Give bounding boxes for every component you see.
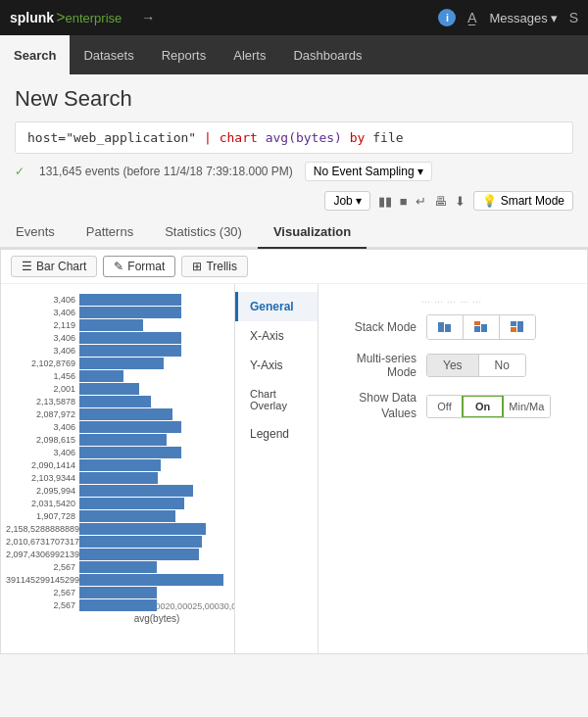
pause-icon[interactable]: ▮▮: [378, 194, 392, 209]
bar-label: 3,406: [6, 308, 79, 317]
bar-track: [79, 599, 229, 611]
smart-mode-button[interactable]: 💡 Smart Mode: [473, 191, 573, 211]
print-icon[interactable]: 🖶: [434, 194, 447, 209]
format-pencil-icon: ✎: [114, 260, 123, 273]
bar-fill: [79, 358, 164, 369]
format-label: Format: [127, 260, 165, 273]
share-icon[interactable]: ↵: [416, 194, 426, 209]
bar-row: 2,010,6731707317072: [6, 536, 229, 548]
stack-mode-full[interactable]: [500, 315, 535, 339]
stack-mode-row: Stack Mode: [328, 314, 577, 340]
nav-bar: Search Datasets Reports Alerts Dashboard…: [0, 35, 588, 74]
stack-mode-default[interactable]: [427, 315, 464, 339]
format-button[interactable]: ✎ Format: [103, 256, 175, 277]
sidenav-general[interactable]: General: [235, 292, 318, 321]
bar-fill: [79, 421, 181, 433]
bar-label: 2,103,9344: [6, 473, 79, 483]
stop-icon[interactable]: ■: [400, 194, 408, 209]
tab-statistics[interactable]: Statistics (30): [149, 216, 258, 249]
bar-row: 2,087,972: [6, 408, 229, 420]
tab-visualization[interactable]: Visualization: [258, 216, 367, 249]
sampling-label: No Event Sampling: [314, 165, 415, 178]
nav-item-search[interactable]: Search: [0, 35, 70, 74]
multiseries-no[interactable]: No: [479, 355, 525, 376]
bar-row: 3,406: [6, 421, 229, 433]
info-icon[interactable]: i: [438, 9, 456, 26]
sidenav-legend[interactable]: Legend: [235, 419, 318, 449]
bar-fill: [79, 561, 157, 573]
bar-fill: [79, 459, 161, 471]
bar-fill: [79, 396, 151, 407]
top-bar-icons: i A̲ Messages ▾ S: [438, 9, 578, 26]
query-host: host="web_application": [27, 130, 196, 145]
bar-track: [79, 485, 229, 497]
bar-row: 3,406: [6, 332, 229, 344]
multiseries-yes[interactable]: Yes: [427, 355, 479, 376]
bar-label: 1,907,728: [6, 511, 79, 521]
bar-row: 2,095,994: [6, 485, 229, 497]
sampling-button[interactable]: No Event Sampling ▾: [305, 162, 432, 181]
format-sidenav: General X-Axis Y-Axis ChartOverlay Legen…: [235, 284, 318, 653]
nav-item-dashboards[interactable]: Dashboards: [279, 35, 375, 74]
check-icon: ✓: [15, 165, 24, 178]
bar-track: [79, 447, 229, 458]
bar-label: 3,406: [6, 422, 79, 432]
format-content: …………… Stack Mode: [318, 284, 587, 653]
query-bar[interactable]: host="web_application" | chart avg(bytes…: [15, 121, 573, 154]
splunk-logo: splunk > enterprise: [10, 9, 122, 26]
trellis-button[interactable]: ⊞ Trellis: [181, 256, 248, 277]
bar-row: 2,103,9344: [6, 472, 229, 484]
nav-item-alerts[interactable]: Alerts: [220, 35, 279, 74]
tabs-bar: Events Patterns Statistics (30) Visualiz…: [0, 216, 588, 249]
bar-track: [79, 459, 229, 471]
bar-track: [79, 574, 229, 586]
bar-row: 2,102,876​9: [6, 358, 229, 369]
bar-label: 3,406: [6, 346, 79, 356]
event-count-bar: ✓ 131,645 events (before 11/4/18 7:39:18…: [15, 162, 573, 181]
bar-track: [79, 510, 229, 522]
sidenav-yaxis[interactable]: Y-Axis: [235, 351, 318, 380]
bar-fill: [79, 574, 223, 586]
bar-label: 3,406: [6, 448, 79, 457]
messages-button[interactable]: Messages ▾: [489, 11, 557, 25]
query-arg: (bytes): [288, 130, 342, 145]
bar-row: 2,567: [6, 587, 229, 598]
bar-label: 2,095,994: [6, 486, 79, 496]
accessibility-icon[interactable]: A̲: [467, 10, 477, 25]
sidenav-chart-overlay[interactable]: ChartOverlay: [235, 380, 318, 419]
bar-row: 2,031,542​0: [6, 498, 229, 509]
bar-track: [79, 307, 229, 318]
bar-chart-button[interactable]: ☰ Bar Chart: [11, 256, 97, 277]
tab-patterns[interactable]: Patterns: [71, 216, 149, 249]
bar-label: 2,119: [6, 320, 79, 330]
nav-item-reports[interactable]: Reports: [148, 35, 220, 74]
show-data-minmax[interactable]: Min/Ma: [503, 396, 550, 417]
sidenav-xaxis[interactable]: X-Axis: [235, 321, 318, 351]
bar-label: 2,097,4306992139013: [6, 550, 79, 559]
bar-fill: [79, 510, 175, 522]
bar-label: 2,567: [6, 562, 79, 572]
nav-item-datasets[interactable]: Datasets: [70, 35, 147, 74]
stack-mode-stacked[interactable]: [464, 315, 500, 339]
chart-x-title: avg(bytes): [6, 613, 229, 624]
bar-fill: [79, 332, 181, 344]
show-data-on[interactable]: On: [462, 395, 504, 418]
sampling-arrow-icon: ▾: [417, 165, 423, 178]
bar-track: [79, 587, 229, 598]
bar-fill: [79, 523, 206, 535]
tab-events[interactable]: Events: [0, 216, 71, 249]
export-icon[interactable]: ⬇: [455, 194, 466, 209]
activity-icon[interactable]: →: [141, 10, 155, 25]
drag-handle[interactable]: ……………: [328, 292, 577, 307]
splunk-arrow-icon: >: [56, 9, 65, 26]
viz-main: 3,4063,4062,1193,4063,4062,102,876​91,45…: [1, 284, 587, 653]
job-button[interactable]: Job ▾: [324, 191, 369, 211]
bulb-icon: 💡: [482, 194, 497, 208]
event-count-text: 131,645 events (before 11/4/18 7:39:18.0…: [39, 165, 293, 178]
stack-mode-group: [426, 314, 536, 340]
bar-fill: [79, 587, 157, 598]
query-fn: avg: [266, 130, 288, 145]
user-icon[interactable]: S: [569, 10, 578, 25]
job-label: Job: [333, 194, 352, 208]
show-data-off[interactable]: Off: [427, 396, 463, 417]
